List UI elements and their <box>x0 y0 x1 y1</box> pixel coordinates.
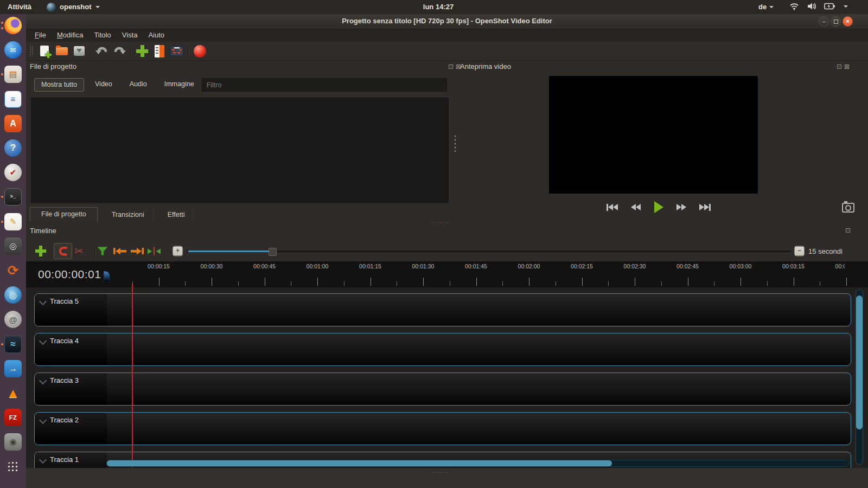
menu-vista[interactable]: Vista <box>117 29 143 42</box>
play-button[interactable] <box>654 201 663 213</box>
timeline-tracks-area[interactable]: Traccia 5Traccia 4Traccia 3Traccia 2Trac… <box>26 287 868 468</box>
dock-item-openshot[interactable]: ≈ <box>4 336 22 353</box>
track-header[interactable]: Traccia 4 <box>35 333 107 365</box>
timeline-horizontal-scrollbar[interactable] <box>106 460 849 467</box>
window-title-bar[interactable]: Progetto senza titolo [HD 720p 30 fps] -… <box>26 14 868 29</box>
timeline-vertical-scrollbar[interactable] <box>856 290 863 465</box>
add-track-button[interactable] <box>35 246 46 256</box>
razor-button[interactable]: ✂ <box>74 245 84 258</box>
horizontal-splitter-handle[interactable]: ······ <box>432 220 449 226</box>
dock-item-filezilla[interactable]: FZ <box>4 409 22 426</box>
track-header[interactable]: Traccia 2 <box>35 413 107 445</box>
horizontal-scrollbar-thumb[interactable] <box>107 460 612 466</box>
center-playhead-button[interactable] <box>148 247 161 255</box>
save-frame-button[interactable] <box>842 203 854 213</box>
dock-item-transfer-app[interactable]: → <box>4 360 22 377</box>
filter-tab-video[interactable]: Video <box>88 78 119 92</box>
video-preview-screen[interactable] <box>549 76 758 194</box>
track-traccia-4[interactable]: Traccia 4 <box>34 333 851 366</box>
playhead-marker[interactable] <box>103 271 111 282</box>
rewind-button[interactable] <box>631 204 641 210</box>
float-icon[interactable]: ⊡ <box>448 63 454 70</box>
dock-item-help-viewer[interactable]: ? <box>4 139 22 157</box>
undo-button[interactable] <box>93 43 111 59</box>
system-status-area[interactable] <box>789 2 848 10</box>
add-marker-button[interactable] <box>97 247 108 256</box>
snapping-toggle-button[interactable] <box>54 243 72 259</box>
track-header[interactable]: Traccia 1 <box>35 452 107 468</box>
zoom-in-button[interactable]: + <box>173 246 183 256</box>
chevron-down-icon[interactable] <box>39 298 47 305</box>
panel-tab-transizioni[interactable]: Transizioni <box>103 208 154 222</box>
track-header[interactable]: Traccia 3 <box>35 373 107 405</box>
dock-item-webcam-app[interactable]: ◎ <box>4 286 22 304</box>
activities-button[interactable]: Attività <box>8 2 31 12</box>
filter-tab-audio[interactable]: Audio <box>123 78 154 92</box>
import-files-button[interactable] <box>133 43 151 59</box>
jump-to-start-button[interactable] <box>607 204 618 211</box>
dock-item-notes[interactable]: ✎ <box>4 213 22 230</box>
keyboard-layout-indicator[interactable]: de <box>758 2 774 12</box>
dock-item-terminal[interactable]: >_ <box>4 188 22 206</box>
panel-tab-file-di-progetto[interactable]: File di progetto <box>30 207 98 222</box>
dock-item-firefox[interactable] <box>4 17 22 34</box>
chevron-down-icon[interactable] <box>39 416 47 424</box>
vertical-splitter-handle[interactable] <box>454 136 457 152</box>
dock-item-vlc[interactable]: ▲ <box>4 384 22 402</box>
filter-tab-mostra-tutto[interactable]: Mostra tutto <box>34 78 84 92</box>
dock-item-photo-tool[interactable]: @ <box>4 311 22 328</box>
dock-item-text-editor[interactable]: ≡ <box>4 91 22 108</box>
fast-forward-button[interactable] <box>676 204 686 210</box>
redo-button[interactable] <box>111 43 128 59</box>
toolbar-grip[interactable] <box>29 46 34 56</box>
timeline-zoom-slider[interactable] <box>187 247 791 255</box>
float-icon[interactable]: ⊡ <box>845 227 851 234</box>
playhead-line[interactable] <box>132 284 133 467</box>
export-video-button[interactable] <box>191 43 208 59</box>
panel-tab-effetti[interactable]: Effetti <box>159 208 194 222</box>
menu-aiuto[interactable]: Aiuto <box>143 29 170 42</box>
save-project-button[interactable] <box>71 43 88 59</box>
maximize-button[interactable] <box>831 16 841 27</box>
menu-titolo[interactable]: Titolo <box>88 29 116 42</box>
dock-item-file-manager[interactable]: ▤ <box>4 66 22 83</box>
track-traccia-5[interactable]: Traccia 5 <box>34 293 851 326</box>
dock-item-sync-tool[interactable]: ⟳ <box>4 262 22 279</box>
new-project-button[interactable] <box>36 43 53 59</box>
zoom-out-button[interactable]: − <box>794 246 805 256</box>
app-indicator[interactable]: openshot <box>47 2 100 12</box>
previous-marker-button[interactable] <box>113 247 127 255</box>
dock-item-show-applications[interactable] <box>4 458 22 476</box>
chevron-down-icon[interactable] <box>39 456 47 464</box>
menu-modifica[interactable]: Modifica <box>52 29 88 42</box>
float-icon[interactable]: ⊡ <box>837 63 842 70</box>
timeline-ruler[interactable]: 00:00:00:01 00:00:1500:00:3000:00:4500:0… <box>26 261 868 287</box>
dock-item-camera-app[interactable]: ◉ <box>4 433 22 451</box>
choose-profile-button[interactable] <box>151 43 168 59</box>
clock[interactable]: lun 14:27 <box>414 2 463 12</box>
project-files-list[interactable] <box>31 98 449 203</box>
dock-item-thunderbird[interactable]: ✉ <box>4 41 22 59</box>
horizontal-splitter-handle[interactable]: ······ <box>432 470 449 476</box>
fullscreen-button[interactable] <box>168 43 186 59</box>
dock-item-ubuntu-software[interactable]: A <box>4 115 22 132</box>
open-project-button[interactable] <box>53 43 71 59</box>
chevron-down-icon[interactable] <box>39 377 47 384</box>
vertical-scrollbar-thumb[interactable] <box>856 296 863 429</box>
minimize-button[interactable]: – <box>819 16 829 27</box>
dock-item-screenshot-tool[interactable]: ◎ <box>4 237 22 255</box>
main-toolbar <box>26 42 868 61</box>
next-marker-button[interactable] <box>130 247 144 255</box>
track-traccia-2[interactable]: Traccia 2 <box>34 412 851 445</box>
track-traccia-3[interactable]: Traccia 3 <box>34 373 851 406</box>
filter-input[interactable] <box>202 78 447 92</box>
chevron-down-icon[interactable] <box>39 337 47 345</box>
dock-item-log-viewer[interactable]: ✔ <box>4 164 22 181</box>
track-header[interactable]: Traccia 5 <box>35 294 107 326</box>
slider-handle[interactable] <box>269 248 277 256</box>
close-button[interactable]: × <box>843 16 853 27</box>
jump-to-end-button[interactable] <box>699 204 711 211</box>
menu-file[interactable]: File <box>29 29 52 42</box>
filter-tab-immagine[interactable]: Immagine <box>158 78 201 92</box>
close-icon[interactable]: ⊠ <box>844 63 850 70</box>
